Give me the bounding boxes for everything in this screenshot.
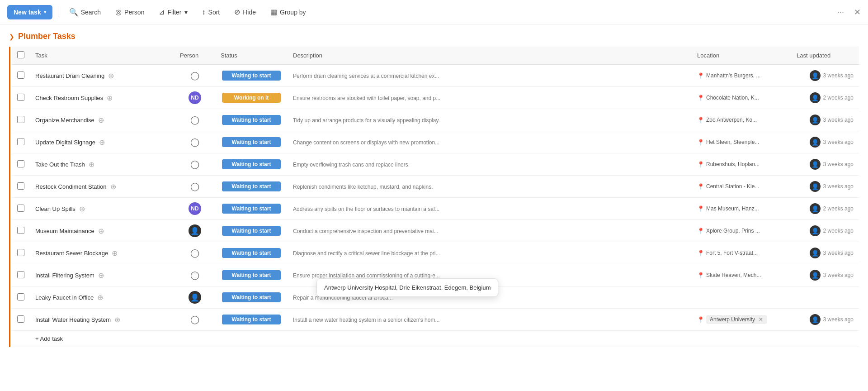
- col-header-last-updated: Last updated: [791, 47, 859, 65]
- section-chevron-icon[interactable]: ❯: [9, 33, 14, 40]
- task-name-text: Restaurant Sewer Blockage: [35, 250, 108, 257]
- add-subtask-icon[interactable]: ⊕: [98, 116, 104, 124]
- location-pin-icon: 📍: [697, 250, 704, 257]
- row-checkbox-6[interactable]: [17, 182, 24, 190]
- row-checkbox-12[interactable]: [17, 315, 24, 323]
- location-pin-icon: 📍: [697, 183, 704, 190]
- add-subtask-icon[interactable]: ⊕: [107, 94, 113, 102]
- toolbar-separator-1: [58, 7, 58, 18]
- task-name-cell: Leaky Faucet in Office ⊕: [35, 293, 169, 302]
- task-name-cell: Install Water Heating System ⊕: [35, 315, 169, 324]
- updated-cell: 👤 3 weeks ago: [797, 114, 854, 125]
- row-checkbox-4[interactable]: [17, 138, 24, 145]
- description-text: Address any spills on the floor or surfa…: [293, 206, 439, 212]
- location-chip[interactable]: Antwerp University ✕: [706, 315, 767, 324]
- avatar-empty: ◯: [189, 136, 201, 148]
- row-checkbox-5[interactable]: [17, 160, 24, 167]
- description-text: Ensure restrooms are stocked with toilet…: [293, 95, 440, 101]
- updated-time: 2 weeks ago: [823, 205, 854, 212]
- add-subtask-icon[interactable]: ⊕: [89, 160, 94, 169]
- updated-time: 2 weeks ago: [823, 228, 854, 234]
- select-all-checkbox[interactable]: [17, 51, 24, 58]
- row-checkbox-9[interactable]: [17, 249, 24, 256]
- filter-icon: ⊿: [159, 8, 165, 16]
- close-button[interactable]: ✕: [854, 7, 861, 17]
- status-badge[interactable]: Waiting to start: [222, 315, 281, 324]
- task-table: Task Person Status Description Location: [12, 47, 859, 347]
- status-badge[interactable]: Waiting to start: [222, 204, 281, 214]
- add-subtask-icon[interactable]: ⊕: [108, 72, 114, 80]
- add-subtask-icon[interactable]: ⊕: [98, 227, 104, 235]
- add-subtask-icon[interactable]: ⊕: [99, 138, 105, 147]
- col-header-description: Description: [288, 47, 692, 65]
- add-subtask-icon[interactable]: ⊕: [112, 249, 118, 257]
- row-checkbox-11[interactable]: [17, 293, 24, 300]
- location-text: Central Station - Kie...: [706, 183, 759, 190]
- updated-cell: 👤 2 weeks ago: [797, 225, 854, 236]
- col-header-check: [12, 47, 30, 65]
- sort-button[interactable]: ↕ Sort: [197, 5, 226, 19]
- status-badge[interactable]: Waiting to start: [222, 71, 281, 81]
- task-name-text: Check Restroom Supplies: [35, 95, 103, 101]
- status-badge[interactable]: Working on it: [222, 93, 281, 103]
- updated-cell: 👤 3 weeks ago: [797, 314, 854, 325]
- new-task-button[interactable]: New task ▾: [7, 5, 52, 19]
- updated-cell: 👤 3 weeks ago: [797, 70, 854, 81]
- updated-time: 3 weeks ago: [823, 250, 854, 256]
- row-checkbox-7[interactable]: [17, 205, 24, 212]
- remove-location-icon[interactable]: ✕: [759, 316, 763, 323]
- description-text: Perform drain cleaning services at a com…: [293, 73, 439, 79]
- status-badge[interactable]: Waiting to start: [222, 137, 281, 147]
- row-checkbox-10[interactable]: [17, 271, 24, 278]
- description-text: Diagnose and rectify a critical sewer li…: [293, 250, 440, 257]
- location-text: Het Steen, Steenple...: [706, 139, 759, 145]
- location-pin-icon: 📍: [697, 205, 704, 212]
- updated-avatar: 👤: [810, 137, 821, 148]
- row-checkbox-3[interactable]: [17, 116, 24, 123]
- task-name-text: Organize Merchandise: [35, 117, 94, 124]
- row-checkbox-1[interactable]: [17, 72, 24, 79]
- table-row: Clean Up Spills ⊕ NDWaiting to startAddr…: [12, 198, 859, 220]
- updated-avatar: 👤: [810, 270, 821, 281]
- status-badge[interactable]: Waiting to start: [222, 181, 281, 191]
- updated-time: 3 weeks ago: [823, 117, 854, 123]
- updated-avatar: 👤: [810, 248, 821, 258]
- status-badge[interactable]: Waiting to start: [222, 292, 281, 302]
- location-pin-icon: 📍: [697, 272, 704, 279]
- location-text: Rubenshuis, Hoplan...: [706, 161, 760, 167]
- location-cell: 📍 Xplore Group, Prins ...: [697, 228, 786, 234]
- updated-avatar: 👤: [810, 159, 821, 170]
- row-checkbox-8[interactable]: [17, 227, 24, 234]
- add-subtask-icon[interactable]: ⊕: [98, 271, 104, 280]
- description-text: Install a new water heating system in a …: [293, 317, 439, 323]
- more-options-icon[interactable]: ···: [835, 5, 847, 19]
- filter-button[interactable]: ⊿ Filter ▾: [153, 5, 193, 19]
- description-text: Tidy up and arrange products for a visua…: [293, 117, 440, 124]
- location-pin-icon: 📍: [697, 228, 704, 234]
- add-subtask-icon[interactable]: ⊕: [79, 205, 85, 213]
- task-name-cell: Museum Maintainance ⊕: [35, 227, 169, 235]
- add-subtask-icon[interactable]: ⊕: [110, 182, 116, 191]
- status-badge[interactable]: Waiting to start: [222, 226, 281, 236]
- row-checkbox-2[interactable]: [17, 94, 24, 101]
- status-badge[interactable]: Waiting to start: [222, 115, 281, 125]
- add-task-label[interactable]: + Add task: [30, 331, 859, 347]
- location-text: Skate Heaven, Mech...: [706, 272, 761, 278]
- table-row: Organize Merchandise ⊕ ◯Waiting to start…: [12, 109, 859, 131]
- col-header-location: Location: [692, 47, 791, 65]
- search-button[interactable]: 🔍 Search: [64, 5, 106, 19]
- task-name-text: Clean Up Spills: [35, 205, 75, 212]
- hide-button[interactable]: ⊘ Hide: [229, 5, 261, 19]
- add-task-row[interactable]: + Add task: [12, 331, 859, 347]
- task-name-text: Restock Condiment Station: [35, 183, 107, 190]
- status-badge[interactable]: Waiting to start: [222, 159, 281, 169]
- location-cell: 📍 Manhattn's Burgers, ...: [697, 72, 786, 79]
- group-by-button[interactable]: ▦ Group by: [265, 5, 311, 19]
- person-button[interactable]: ◎ Person: [110, 5, 150, 19]
- status-badge[interactable]: Waiting to start: [222, 248, 281, 258]
- status-badge[interactable]: Waiting to start: [222, 270, 281, 280]
- add-subtask-icon[interactable]: ⊕: [97, 293, 103, 302]
- new-task-label: New task: [14, 9, 41, 16]
- add-subtask-icon[interactable]: ⊕: [114, 315, 120, 324]
- search-icon: 🔍: [69, 8, 78, 16]
